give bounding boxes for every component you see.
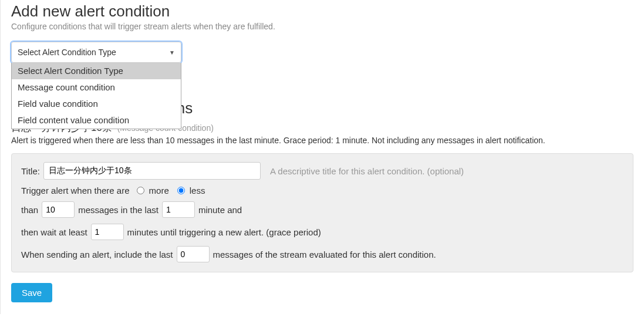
than-text: than: [21, 205, 38, 215]
dropdown-option[interactable]: Field content value condition: [12, 112, 181, 129]
less-radio[interactable]: [177, 187, 185, 194]
backlog-suffix-text: messages of the stream evaluated for thi…: [213, 250, 436, 259]
condition-form-panel: Title: A descriptive title for this aler…: [11, 153, 633, 272]
dropdown-option[interactable]: Field value condition: [12, 96, 181, 112]
trigger-text: Trigger alert when there are: [21, 186, 130, 195]
less-radio-label: less: [190, 186, 205, 195]
wait-text: then wait at least: [21, 227, 87, 237]
page-subtitle: Configure conditions that will trigger s…: [11, 22, 644, 31]
threshold-input[interactable]: [42, 201, 75, 218]
more-radio[interactable]: [137, 187, 144, 194]
select-current-value: Select Alert Condition Type: [18, 48, 116, 57]
title-hint: A descriptive title for this alert condi…: [270, 166, 464, 176]
alert-condition-type-dropdown: Select Alert Condition Type Message coun…: [11, 63, 181, 129]
time-input[interactable]: [162, 201, 195, 218]
title-label: Title:: [21, 166, 40, 176]
more-radio-label: more: [149, 186, 169, 195]
title-input[interactable]: [43, 162, 261, 180]
grace-input[interactable]: [91, 224, 124, 240]
dropdown-option[interactable]: Select Alert Condition Type: [12, 63, 181, 79]
include-last-text: When sending an alert, include the last: [21, 250, 173, 259]
dropdown-option[interactable]: Message count condition: [12, 79, 181, 96]
chevron-down-icon: ▼: [169, 49, 175, 56]
alert-condition-type-select[interactable]: Select Alert Condition Type ▼: [11, 42, 181, 63]
grace-period-text: minutes until triggering a new alert. (g…: [127, 227, 321, 237]
save-button[interactable]: Save: [11, 283, 52, 302]
condition-description: Alert is triggered when there are less t…: [11, 136, 644, 145]
backlog-input[interactable]: [177, 246, 210, 262]
page-title: Add new alert condition: [11, 2, 644, 21]
minute-and-text: minute and: [198, 205, 242, 215]
messages-in-last-text: messages in the last: [78, 205, 159, 215]
